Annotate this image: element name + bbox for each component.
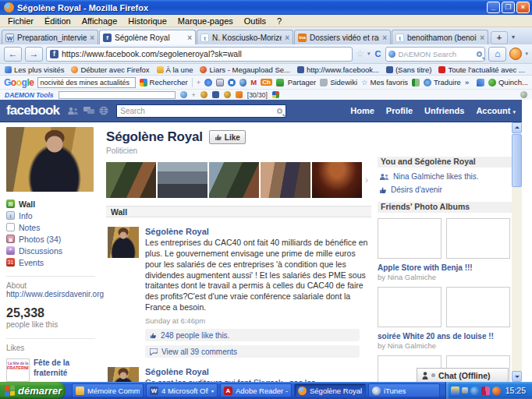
menu-historique[interactable]: Historique	[123, 16, 172, 26]
post-author[interactable]: Ségolène Royal	[145, 227, 368, 236]
google-search-input[interactable]	[37, 77, 135, 88]
nav-wall[interactable]: ▤Wall	[6, 198, 95, 210]
scroll-up-button[interactable]	[512, 122, 522, 133]
tray-device-icon[interactable]	[462, 387, 468, 394]
google-earth-icon[interactable]	[239, 79, 247, 87]
notifications-icon[interactable]	[99, 106, 108, 115]
facebook-search-input[interactable]: Search	[116, 104, 286, 118]
menu-marque-pages[interactable]: Marque-pages	[173, 16, 238, 26]
chat-bar[interactable]: Chat (Offline)	[417, 368, 509, 382]
menu-affichage[interactable]: Affichage	[77, 16, 122, 26]
post-comments[interactable]: View all 39 comments	[145, 345, 360, 358]
taskbar-clock[interactable]: 15:25	[505, 386, 526, 395]
favorites-button[interactable]: ☆Mes favoris	[361, 78, 408, 87]
menu-outils[interactable]: Outils	[239, 16, 271, 26]
partager-button[interactable]: Partager	[288, 78, 316, 87]
minimize-button[interactable]: _	[487, 2, 500, 13]
wrench-icon[interactable]	[477, 79, 484, 87]
restore-button[interactable]: ❐	[502, 2, 515, 13]
nav-info[interactable]: iInfo	[6, 210, 95, 221]
album-title-apple-store[interactable]: Apple Store with Benja !!!	[378, 263, 518, 272]
translate-button[interactable]: Traduire	[424, 78, 461, 87]
forward-button[interactable]: →	[25, 47, 43, 62]
nav-discussions[interactable]: ❞Discussions	[6, 245, 95, 256]
scrollbar-thumb[interactable]	[512, 134, 522, 187]
crosshair-icon[interactable]: +	[197, 78, 201, 87]
menu-aide[interactable]: ?	[272, 16, 286, 26]
facebook-icon[interactable]	[212, 91, 219, 98]
nav-events[interactable]: 31Events	[6, 256, 95, 268]
close-button[interactable]: ×	[516, 2, 530, 13]
tab-word-doc[interactable]: W Preparation_interview.docx - ... ×	[2, 30, 98, 44]
gmail-icon[interactable]: M	[250, 78, 257, 87]
task-itunes[interactable]: ♪ iTunes	[368, 383, 440, 397]
bookmark-sans-titre[interactable]: (Sans titre)	[386, 65, 431, 74]
tray-media-icon[interactable]	[470, 387, 479, 395]
google-search-button[interactable]: Rechercher	[140, 78, 188, 87]
album-thumb-couple[interactable]	[446, 218, 510, 259]
album-author[interactable]: by Nina Galmiche	[378, 273, 518, 281]
friend-likes-line[interactable]: Nina Galmiche likes this.	[378, 172, 518, 181]
scroll-down-button[interactable]	[512, 371, 522, 382]
strip-photo-1[interactable]	[106, 162, 156, 198]
status-ball-icon[interactable]	[520, 91, 527, 98]
tray-help-icon[interactable]	[451, 387, 459, 395]
start-button[interactable]: démarrer	[0, 382, 66, 399]
nav-unfriends[interactable]: Unfriends	[424, 106, 464, 115]
back-button[interactable]: ←	[4, 47, 22, 62]
task-adobe-reader[interactable]: A Adobe Reader - [a...	[220, 383, 292, 397]
new-tab-button[interactable]: +	[491, 31, 508, 44]
nav-photos[interactable]: ▣Photos (34)	[6, 233, 95, 245]
tab-close-icon[interactable]: ×	[90, 34, 94, 42]
post-avatar[interactable]	[108, 367, 139, 382]
menu-edition[interactable]: Édition	[40, 16, 76, 26]
daemon-search-input[interactable]	[59, 91, 176, 99]
search-icon[interactable]	[277, 108, 282, 114]
search-engine-icon[interactable]	[388, 51, 395, 58]
sidewiki-button[interactable]: Sidewiki	[320, 78, 357, 87]
rss-icon[interactable]	[236, 91, 243, 98]
album-author[interactable]: by Nina Galmiche	[378, 341, 518, 350]
task-firefox-segolene[interactable]: Ségolène Royal - ...	[294, 383, 366, 397]
album-thumb-popart[interactable]	[378, 218, 442, 259]
tab-close-icon[interactable]: ×	[382, 34, 387, 42]
addon-dropdown-icon[interactable]: ▾	[525, 51, 528, 57]
window-icon[interactable]	[216, 79, 224, 87]
strip-photo-3[interactable]	[209, 162, 259, 198]
nav-notes[interactable]: Notes	[6, 221, 95, 233]
bookmark-dropdown-icon[interactable]: ▾	[367, 51, 371, 57]
strip-photo-2[interactable]	[158, 162, 207, 198]
post-timestamp[interactable]: Sunday at 6:46pm	[145, 316, 368, 325]
bookmark-liars-megaupload[interactable]: Liars - Megaupload Se...	[200, 65, 290, 74]
grid-icon[interactable]	[272, 91, 279, 98]
nav-account[interactable]: Account ▾	[476, 106, 516, 115]
album-thumb-two-people[interactable]	[446, 287, 510, 327]
menu-fichier[interactable]: Fichier	[3, 16, 38, 26]
messages-icon[interactable]	[83, 107, 94, 115]
bookmark-actualite[interactable]: Toute l'actualité avec ...	[438, 65, 524, 74]
crosshair-icon[interactable]: +	[192, 91, 196, 99]
bookmark-a-la-une[interactable]: À la une	[157, 65, 193, 74]
post-author[interactable]: Ségolène Royal	[145, 367, 368, 376]
toolbar-overflow[interactable]: »	[465, 78, 469, 87]
tab-close-icon[interactable]: ×	[187, 34, 192, 42]
strip-photo-5[interactable]	[312, 162, 362, 198]
clock-icon[interactable]	[228, 79, 236, 87]
reload-button[interactable]: C	[374, 49, 383, 58]
url-text[interactable]: https://www.facebook.com/segoleneroyal?s…	[62, 49, 349, 58]
tab-segolene-royal[interactable]: f Ségolène Royal ×	[99, 30, 196, 44]
daemon-ball-icon[interactable]	[200, 91, 207, 98]
home-button[interactable]: ⌂	[488, 47, 506, 62]
share-icon[interactable]	[276, 79, 284, 87]
toolbar-button-icon[interactable]	[204, 79, 212, 87]
bookmark-getting-started[interactable]: Débuter avec Firefox	[71, 65, 149, 74]
list-all-tabs-button[interactable]: ▾	[508, 31, 519, 44]
tray-daemon-icon[interactable]	[492, 387, 501, 395]
task-microsoft-office[interactable]: W 4 Microsoft Offic... ▾	[146, 383, 218, 397]
facebook-logo[interactable]: facebook	[6, 103, 59, 118]
tab-ina[interactable]: ina Dossiers vidéo et radio Ina - ... ×	[294, 30, 391, 44]
nav-profile[interactable]: Profile	[386, 106, 413, 115]
tray-itunes-icon[interactable]	[481, 387, 490, 395]
post-likes[interactable]: 248 people like this.	[145, 329, 360, 341]
book-icon[interactable]	[412, 79, 420, 87]
